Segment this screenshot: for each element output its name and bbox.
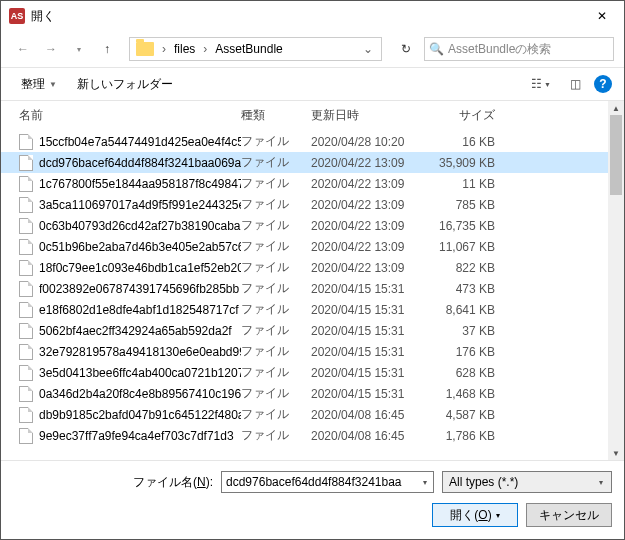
table-row[interactable]: 0a346d2b4a20f8c4e8b89567410c1966ファイル2020… xyxy=(1,383,608,404)
filename-input[interactable] xyxy=(226,475,421,489)
file-type: ファイル xyxy=(241,238,311,255)
table-row[interactable]: 9e9ec37ff7a9fe94ca4ef703c7df71d3ファイル2020… xyxy=(1,425,608,446)
back-button[interactable]: ← xyxy=(11,37,35,61)
filetype-label: All types (*.*) xyxy=(449,475,597,489)
file-type: ファイル xyxy=(241,133,311,150)
breadcrumb-dropdown[interactable]: ⌄ xyxy=(357,42,379,56)
chevron-right-icon: › xyxy=(160,42,168,56)
nav-row: ← → ▾ ↑ › files › AssetBundle ⌄ ↻ 🔍 xyxy=(1,31,624,67)
file-icon xyxy=(19,239,33,255)
table-row[interactable]: 1c767800f55e1844aa958187f8c49847ファイル2020… xyxy=(1,173,608,194)
table-row[interactable]: 0c63b40793d26cd42af27b38190cababファイル2020… xyxy=(1,215,608,236)
file-icon xyxy=(19,281,33,297)
table-row[interactable]: 3e5d0413bee6ffc4ab400ca0721b1207ファイル2020… xyxy=(1,362,608,383)
file-icon xyxy=(19,386,33,402)
file-name: 1c767800f55e1844aa958187f8c49847 xyxy=(39,177,241,191)
cancel-button[interactable]: キャンセル xyxy=(526,503,612,527)
table-row[interactable]: dcd976bacef64dd4f884f3241baa069aファイル2020… xyxy=(1,152,608,173)
close-icon: ✕ xyxy=(597,9,607,23)
chevron-down-icon: ▼ xyxy=(544,81,551,88)
refresh-button[interactable]: ↻ xyxy=(392,37,420,61)
breadcrumb[interactable]: › files › AssetBundle ⌄ xyxy=(129,37,382,61)
column-header-name[interactable]: 名前 xyxy=(13,107,241,124)
chevron-down-icon: ▼ xyxy=(49,80,57,89)
file-date: 2020/04/15 15:31 xyxy=(311,282,431,296)
table-row[interactable]: 32e792819578a49418130e6e0eabd992ファイル2020… xyxy=(1,341,608,362)
table-row[interactable]: 18f0c79ee1c093e46bdb1ca1ef52eb20ファイル2020… xyxy=(1,257,608,278)
table-row[interactable]: db9b9185c2bafd047b91c645122f480aファイル2020… xyxy=(1,404,608,425)
search-input[interactable] xyxy=(448,42,609,56)
file-date: 2020/04/22 13:09 xyxy=(311,156,431,170)
file-size: 35,909 KB xyxy=(431,156,511,170)
file-icon xyxy=(19,428,33,444)
dialog-title: 開く xyxy=(31,8,579,25)
file-list-area: 名前 種類 更新日時 サイズ 15ccfb04e7a54474491d425ea… xyxy=(1,101,624,460)
table-row[interactable]: 3a5ca110697017a4d9f5f991e244325eファイル2020… xyxy=(1,194,608,215)
table-row[interactable]: f0023892e067874391745696fb285bbファイル2020/… xyxy=(1,278,608,299)
filetype-combo[interactable]: All types (*.*) ▾ xyxy=(442,471,612,493)
file-icon xyxy=(19,302,33,318)
help-button[interactable]: ? xyxy=(594,75,612,93)
file-size: 8,641 KB xyxy=(431,303,511,317)
file-name: 5062bf4aec2ff342924a65ab592da2f xyxy=(39,324,232,338)
table-row[interactable]: 15ccfb04e7a54474491d425ea0e4f4c5ファイル2020… xyxy=(1,131,608,152)
file-size: 16,735 KB xyxy=(431,219,511,233)
chevron-down-icon: ▾ xyxy=(77,45,81,54)
preview-pane-button[interactable]: ◫ xyxy=(560,72,590,96)
chevron-down-icon[interactable]: ▾ xyxy=(597,478,605,487)
file-icon xyxy=(19,197,33,213)
scrollbar-thumb[interactable] xyxy=(610,115,622,195)
file-name: e18f6802d1e8dfe4abf1d182548717cf xyxy=(39,303,239,317)
file-type: ファイル xyxy=(241,154,311,171)
file-name: 15ccfb04e7a54474491d425ea0e4f4c5 xyxy=(39,135,241,149)
file-type: ファイル xyxy=(241,343,311,360)
new-folder-label: 新しいフォルダー xyxy=(77,76,173,93)
table-row[interactable]: 5062bf4aec2ff342924a65ab592da2fファイル2020/… xyxy=(1,320,608,341)
refresh-icon: ↻ xyxy=(401,42,411,56)
file-name: 3a5ca110697017a4d9f5f991e244325e xyxy=(39,198,241,212)
new-folder-button[interactable]: 新しいフォルダー xyxy=(69,72,181,97)
file-date: 2020/04/15 15:31 xyxy=(311,324,431,338)
open-button[interactable]: 開く(O) ▾ xyxy=(432,503,518,527)
chevron-down-icon[interactable]: ▾ xyxy=(421,478,429,487)
file-icon xyxy=(19,218,33,234)
file-type: ファイル xyxy=(241,175,311,192)
file-type: ファイル xyxy=(241,217,311,234)
search-icon: 🔍 xyxy=(429,42,444,56)
column-header-date[interactable]: 更新日時 xyxy=(311,107,431,124)
file-size: 16 KB xyxy=(431,135,511,149)
filename-label: ファイル名(N): xyxy=(133,474,213,491)
file-icon xyxy=(19,134,33,150)
file-type: ファイル xyxy=(241,196,311,213)
up-button[interactable]: ↑ xyxy=(95,37,119,61)
recent-dropdown[interactable]: ▾ xyxy=(67,37,91,61)
table-row[interactable]: e18f6802d1e8dfe4abf1d182548717cfファイル2020… xyxy=(1,299,608,320)
help-icon: ? xyxy=(599,77,606,91)
column-header-type[interactable]: 種類 xyxy=(241,107,311,124)
organize-menu[interactable]: 整理 ▼ xyxy=(13,72,65,97)
file-size: 822 KB xyxy=(431,261,511,275)
close-button[interactable]: ✕ xyxy=(579,1,624,31)
arrow-up-icon: ↑ xyxy=(104,42,110,56)
filename-combo[interactable]: ▾ xyxy=(221,471,434,493)
breadcrumb-item[interactable]: files xyxy=(170,42,199,56)
forward-button[interactable]: → xyxy=(39,37,63,61)
vertical-scrollbar[interactable]: ▲ ▼ xyxy=(608,101,624,460)
file-size: 37 KB xyxy=(431,324,511,338)
file-size: 176 KB xyxy=(431,345,511,359)
scroll-up-arrow[interactable]: ▲ xyxy=(608,101,624,115)
file-size: 1,786 KB xyxy=(431,429,511,443)
view-options-button[interactable]: ☷ ▼ xyxy=(526,72,556,96)
table-row[interactable]: 0c51b96be2aba7d46b3e405e2ab57c6fファイル2020… xyxy=(1,236,608,257)
file-icon xyxy=(19,155,33,171)
breadcrumb-item[interactable]: AssetBundle xyxy=(211,42,286,56)
file-name: f0023892e067874391745696fb285bb xyxy=(39,282,239,296)
column-header-size[interactable]: サイズ xyxy=(431,107,511,124)
file-type: ファイル xyxy=(241,427,311,444)
file-date: 2020/04/15 15:31 xyxy=(311,303,431,317)
preview-pane-icon: ◫ xyxy=(570,77,581,91)
file-name: 9e9ec37ff7a9fe94ca4ef703c7df71d3 xyxy=(39,429,234,443)
file-type: ファイル xyxy=(241,406,311,423)
search-box[interactable]: 🔍 xyxy=(424,37,614,61)
scroll-down-arrow[interactable]: ▼ xyxy=(608,446,624,460)
